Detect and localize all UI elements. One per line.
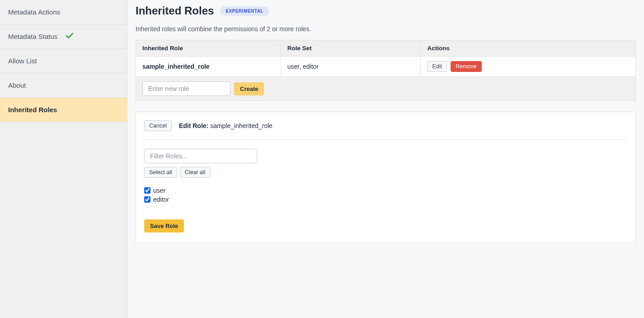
- sidebar-item-label: Allow List: [8, 57, 37, 65]
- inherited-roles-table: Inherited Role Role Set Actions sample_i…: [136, 40, 636, 101]
- filter-row: [144, 149, 627, 163]
- role-checkbox-label: editor: [153, 196, 169, 203]
- table-row: sample_inherited_role user, editor Edit …: [136, 57, 636, 77]
- role-checkbox-editor[interactable]: [144, 196, 150, 203]
- role-checkbox-user[interactable]: [144, 187, 150, 194]
- save-row: Save Role: [144, 219, 627, 233]
- experimental-badge: EXPERIMENTAL: [220, 6, 269, 16]
- edit-role-title: Edit Role: sample_inherited_role: [179, 122, 273, 129]
- cancel-button[interactable]: Cancel: [144, 120, 172, 131]
- table-header-set: Role Set: [281, 40, 421, 57]
- table-header-role: Inherited Role: [136, 40, 281, 57]
- sidebar-item-metadata-status[interactable]: Metadata Status: [0, 24, 127, 49]
- main-content: Inherited Roles EXPERIMENTAL Inherited r…: [127, 0, 644, 318]
- select-buttons: Select all Clear all: [144, 167, 627, 178]
- role-checkbox-row[interactable]: user: [144, 187, 627, 194]
- sidebar-item-inherited-roles[interactable]: Inherited Roles: [0, 98, 127, 122]
- page-title: Inherited Roles: [136, 5, 214, 17]
- sidebar-item-label: Metadata Actions: [8, 8, 60, 16]
- filter-roles-input[interactable]: [144, 149, 257, 163]
- sidebar-item-metadata-actions[interactable]: Metadata Actions: [0, 0, 127, 24]
- cell-role-name: sample_inherited_role: [136, 57, 281, 77]
- save-role-button[interactable]: Save Role: [144, 219, 184, 233]
- check-icon: [66, 33, 74, 40]
- edit-header: Cancel Edit Role: sample_inherited_role: [144, 120, 627, 140]
- edit-role-name: sample_inherited_role: [210, 122, 273, 129]
- new-role-input[interactable]: [142, 81, 230, 96]
- cell-role-set: user, editor: [281, 57, 421, 77]
- sidebar-item-label: Metadata Status: [8, 33, 57, 40]
- edit-button[interactable]: Edit: [427, 61, 447, 72]
- create-row: Create: [136, 77, 636, 101]
- role-checkbox-row[interactable]: editor: [144, 196, 627, 203]
- remove-button[interactable]: Remove: [451, 61, 482, 72]
- sidebar-item-label: Inherited Roles: [8, 106, 57, 114]
- page-header: Inherited Roles EXPERIMENTAL: [136, 5, 636, 17]
- select-all-button[interactable]: Select all: [144, 167, 177, 178]
- table-header-actions: Actions: [421, 40, 636, 57]
- page-subtitle: Inherited roles will combine the permiss…: [136, 25, 636, 33]
- create-button[interactable]: Create: [234, 82, 264, 95]
- sidebar: Metadata Actions Metadata Status Allow L…: [0, 0, 127, 318]
- role-checkbox-label: user: [153, 187, 165, 194]
- edit-role-panel: Cancel Edit Role: sample_inherited_role …: [136, 112, 636, 243]
- clear-all-button[interactable]: Clear all: [180, 167, 211, 178]
- sidebar-item-label: About: [8, 81, 26, 89]
- edit-role-prefix: Edit Role:: [179, 122, 208, 129]
- sidebar-item-allow-list[interactable]: Allow List: [0, 49, 127, 73]
- sidebar-item-about[interactable]: About: [0, 73, 127, 98]
- roles-checkbox-list: user editor: [144, 187, 627, 203]
